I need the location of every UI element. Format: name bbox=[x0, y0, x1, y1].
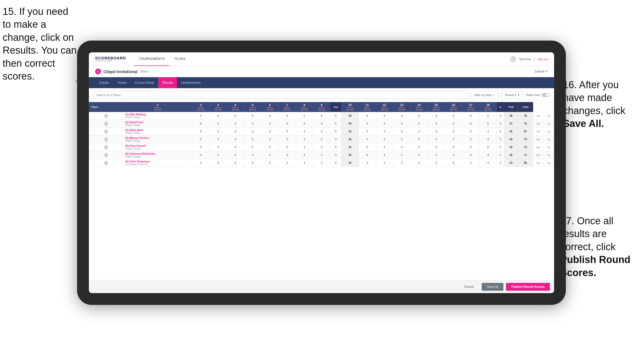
score-h17[interactable]: 4 bbox=[479, 159, 497, 167]
label-wd[interactable]: WD bbox=[533, 120, 544, 128]
score-h13[interactable]: 3 bbox=[410, 143, 428, 151]
score-h18[interactable]: 6 bbox=[497, 128, 504, 136]
score-h11[interactable]: 3 bbox=[376, 151, 393, 159]
score-h8[interactable]: 5 bbox=[313, 159, 330, 167]
score-h11[interactable]: 5 bbox=[376, 159, 393, 167]
score-h18[interactable]: 3 bbox=[497, 136, 504, 143]
score-h16[interactable]: 3 bbox=[462, 128, 479, 136]
score-h14[interactable]: 3 bbox=[428, 128, 445, 136]
label-dq[interactable]: DQ bbox=[544, 120, 554, 128]
score-h17[interactable]: 5 bbox=[479, 120, 497, 128]
score-h16[interactable]: 3 bbox=[462, 159, 479, 167]
score-h3[interactable]: 5 bbox=[227, 151, 244, 159]
score-h5[interactable]: 3 bbox=[261, 120, 278, 128]
score-h1[interactable]: 6 bbox=[192, 120, 209, 128]
label-dq[interactable]: DQ bbox=[544, 151, 554, 159]
tab-leaderboards[interactable]: Leaderboards bbox=[177, 77, 205, 88]
score-h17[interactable]: 5 bbox=[479, 112, 497, 120]
filter-by-team-button[interactable]: Filter by team ▾ bbox=[470, 91, 499, 99]
score-h4[interactable]: 4 bbox=[244, 120, 261, 128]
score-h18[interactable]: 3 bbox=[497, 112, 504, 120]
score-h1[interactable]: 3 bbox=[192, 112, 209, 120]
score-h1[interactable]: 3 bbox=[192, 143, 209, 151]
score-h5[interactable]: 4 bbox=[261, 112, 278, 120]
score-h11[interactable]: 5 bbox=[376, 136, 393, 143]
tab-course-setup[interactable]: Course Setup bbox=[131, 77, 158, 88]
score-h5[interactable]: 4 bbox=[261, 151, 278, 159]
score-h12[interactable]: 3 bbox=[393, 120, 410, 128]
score-h17[interactable]: 6 bbox=[479, 143, 497, 151]
score-h8[interactable]: 6 bbox=[313, 112, 330, 120]
score-h8[interactable]: 5 bbox=[313, 151, 330, 159]
score-h3[interactable]: 5 bbox=[227, 112, 244, 120]
score-h15[interactable]: 3 bbox=[445, 136, 462, 143]
score-h4[interactable]: 3 bbox=[244, 128, 261, 136]
score-h1[interactable]: 5 bbox=[192, 136, 209, 143]
score-h10[interactable]: 3 bbox=[359, 128, 376, 136]
score-h12[interactable]: 4 bbox=[393, 143, 410, 151]
score-h4[interactable]: 5 bbox=[244, 136, 261, 143]
score-h9[interactable]: 5 bbox=[330, 143, 342, 151]
score-h18[interactable]: 3 bbox=[497, 159, 504, 167]
score-h1[interactable]: 4 bbox=[192, 151, 209, 159]
score-h16[interactable]: 5 bbox=[462, 136, 479, 143]
score-h17[interactable]: 4 bbox=[479, 136, 497, 143]
score-h2[interactable]: 3 bbox=[209, 120, 227, 128]
score-h14[interactable]: 3 bbox=[428, 120, 445, 128]
score-h11[interactable]: 5 bbox=[376, 120, 393, 128]
score-h6[interactable]: 3 bbox=[278, 112, 296, 120]
tab-details[interactable]: Details bbox=[95, 77, 113, 88]
label-wd[interactable]: WD bbox=[533, 128, 544, 136]
label-wd[interactable]: WD bbox=[533, 159, 544, 167]
score-h4[interactable]: 5 bbox=[244, 112, 261, 120]
score-h4[interactable]: 3 bbox=[244, 151, 261, 159]
score-h2[interactable]: 3 bbox=[209, 112, 227, 120]
score-h10[interactable]: 3 bbox=[359, 159, 376, 167]
score-h16[interactable]: 6 bbox=[462, 120, 479, 128]
score-h4[interactable]: 5 bbox=[244, 143, 261, 151]
nav-teams[interactable]: TEAMS bbox=[169, 52, 190, 66]
score-h5[interactable]: 3 bbox=[261, 159, 278, 167]
score-h5[interactable]: 3 bbox=[261, 136, 278, 143]
score-h14[interactable]: 4 bbox=[428, 143, 445, 151]
score-h14[interactable]: 3 bbox=[428, 151, 445, 159]
label-dq[interactable]: DQ bbox=[544, 136, 554, 143]
score-h13[interactable]: 5 bbox=[410, 120, 428, 128]
score-h7[interactable]: 4 bbox=[296, 143, 313, 151]
score-h18[interactable]: 3 bbox=[497, 151, 504, 159]
cancel-tournament[interactable]: Cancel ✕ bbox=[534, 70, 548, 73]
score-h13[interactable]: 3 bbox=[410, 128, 428, 136]
score-h9[interactable]: 5 bbox=[330, 120, 342, 128]
label-wd[interactable]: WD bbox=[533, 151, 544, 159]
score-h14[interactable]: 4 bbox=[428, 136, 445, 143]
score-h16[interactable]: 5 bbox=[462, 143, 479, 151]
score-h7[interactable]: 6 bbox=[296, 120, 313, 128]
score-h7[interactable]: 5 bbox=[296, 151, 313, 159]
score-h10[interactable]: 5 bbox=[359, 143, 376, 151]
score-h9[interactable]: 4 bbox=[330, 159, 342, 167]
score-h11[interactable]: 5 bbox=[376, 112, 393, 120]
score-h14[interactable]: 3 bbox=[428, 159, 445, 167]
score-h2[interactable]: 4 bbox=[209, 159, 227, 167]
score-h6[interactable]: 5 bbox=[278, 128, 296, 136]
score-h13[interactable]: 4 bbox=[410, 159, 428, 167]
score-h4[interactable]: 5 bbox=[244, 159, 261, 167]
score-h5[interactable]: 3 bbox=[261, 128, 278, 136]
score-h15[interactable]: 3 bbox=[445, 151, 462, 159]
score-h10[interactable]: 3 bbox=[359, 112, 376, 120]
label-dq[interactable]: DQ bbox=[544, 159, 554, 167]
score-h6[interactable]: 5 bbox=[278, 120, 296, 128]
score-h6[interactable]: 5 bbox=[278, 136, 296, 143]
toggle-switch[interactable] bbox=[542, 93, 550, 97]
score-h15[interactable]: 5 bbox=[445, 159, 462, 167]
score-h17[interactable]: 4 bbox=[479, 128, 497, 136]
score-h6[interactable]: 4 bbox=[278, 159, 296, 167]
score-h12[interactable]: 5 bbox=[393, 151, 410, 159]
score-h3[interactable]: 4 bbox=[227, 143, 244, 151]
score-h2[interactable]: 4 bbox=[209, 151, 227, 159]
score-h8[interactable]: 3 bbox=[313, 120, 330, 128]
score-h17[interactable]: 4 bbox=[479, 151, 497, 159]
score-h9[interactable]: 3 bbox=[330, 151, 342, 159]
score-h9[interactable]: 5 bbox=[330, 112, 342, 120]
score-h3[interactable]: 4 bbox=[227, 128, 244, 136]
